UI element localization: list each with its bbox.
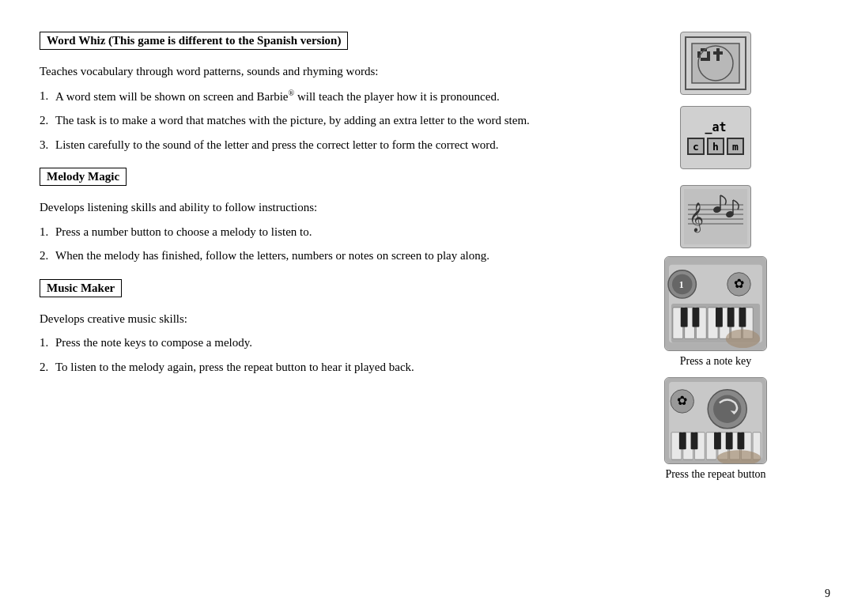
item-num: 1. — [40, 334, 55, 352]
item-text: Press a number button to choose a melody… — [55, 223, 312, 241]
item-num: 1. — [40, 87, 55, 106]
svg-rect-11 — [713, 51, 716, 55]
at-stem-image-block: _at c h m — [680, 106, 751, 169]
svg-point-16 — [698, 46, 733, 81]
svg-rect-5 — [707, 55, 710, 58]
svg-rect-52 — [727, 308, 735, 327]
music-notes-image-block: 𝄞 — [680, 185, 751, 248]
melody-magic-item-1: 1. Press a number button to choose a mel… — [40, 223, 609, 241]
svg-text:1: 1 — [679, 279, 684, 290]
svg-rect-1 — [697, 51, 701, 55]
svg-text:✿: ✿ — [734, 277, 744, 290]
word-whiz-title-box: Word Whiz (This game is different to the… — [40, 32, 348, 50]
music-maker-item-1: 1. Press the note keys to compose a melo… — [40, 334, 609, 352]
svg-rect-4 — [707, 51, 710, 55]
item-text: A word stem will be shown on screen and … — [55, 87, 500, 106]
svg-text:𝄞: 𝄞 — [689, 202, 704, 233]
word-whiz-item-2: 2. The task is to make a word that match… — [40, 111, 609, 130]
keyboard-repeat-button-icon: ✿ Mi — [664, 378, 767, 463]
svg-rect-2 — [701, 48, 704, 51]
word-whiz-title-suffix: (This game is different to the Spanish v… — [105, 34, 341, 47]
melody-magic-title: Melody Magic — [47, 170, 119, 183]
svg-rect-0 — [692, 43, 739, 83]
svg-point-54 — [726, 329, 760, 348]
item-text: When the melody has finished, follow the… — [55, 247, 489, 265]
right-column: _at c h m 𝄞 — [625, 32, 807, 592]
svg-rect-50 — [693, 308, 700, 327]
music-maker-title-box: Music Maker — [40, 279, 122, 297]
at-stem-image: _at c h m — [680, 106, 751, 169]
word-whiz-section: Word Whiz (This game is different to the… — [40, 32, 609, 153]
svg-rect-72 — [714, 433, 721, 450]
note-key-caption: Press a note key — [680, 355, 752, 368]
letter-boxes: c h m — [687, 138, 744, 155]
svg-rect-8 — [704, 58, 707, 61]
music-maker-section: Music Maker Develops creative music skil… — [40, 279, 609, 376]
music-notes-image: 𝄞 — [680, 185, 751, 248]
page: Word Whiz (This game is different to the… — [0, 0, 854, 616]
svg-rect-53 — [739, 308, 746, 327]
music-notes-icon: 𝄞 — [684, 189, 747, 244]
letter-box-c: c — [687, 138, 705, 155]
item-num: 2. — [40, 111, 55, 130]
svg-rect-15 — [716, 58, 720, 61]
music-maker-title: Music Maker — [47, 282, 115, 294]
svg-rect-3 — [704, 48, 707, 51]
item-text: Listen carefully to the sound of the let… — [55, 136, 499, 154]
svg-rect-9 — [707, 58, 710, 61]
note-key-image: 1 ✿ Do Do Re Re Mi 9 — [664, 256, 767, 351]
letter-box-h: h — [707, 138, 724, 155]
word-whiz-item-3: 3. Listen carefully to the sound of the … — [40, 136, 609, 154]
item-num: 1. — [40, 223, 55, 241]
svg-rect-14 — [716, 55, 720, 58]
registered-mark: ® — [289, 89, 295, 97]
page-number: 9 — [825, 588, 830, 600]
at-stem-label: _at — [705, 120, 726, 134]
left-column: Word Whiz (This game is different to the… — [40, 32, 625, 592]
melody-magic-section: Melody Magic Develops listening skills a… — [40, 168, 609, 265]
at-image — [680, 32, 751, 95]
note-key-image-block: 1 ✿ Do Do Re Re Mi 9 — [664, 256, 767, 368]
word-whiz-item-1: 1. A word stem will be shown on screen a… — [40, 87, 609, 106]
svg-rect-51 — [716, 308, 723, 327]
item-num: 3. — [40, 136, 55, 154]
item-text: Press the note keys to compose a melody. — [55, 334, 252, 352]
word-whiz-title: Word Whiz — [47, 34, 105, 47]
svg-rect-10 — [716, 48, 720, 51]
keyboard-note-key-icon: 1 ✿ Do Do Re Re Mi 9 — [664, 257, 767, 350]
word-whiz-description: Teaches vocabulary through word patterns… — [40, 62, 609, 81]
item-text: To listen to the melody again, press the… — [55, 358, 414, 376]
svg-rect-6 — [697, 55, 701, 58]
item-num: 2. — [40, 358, 55, 376]
svg-rect-71 — [691, 433, 698, 450]
svg-rect-12 — [716, 51, 720, 55]
svg-rect-70 — [679, 433, 686, 450]
repeat-button-caption: Press the repeat button — [665, 468, 765, 481]
svg-rect-49 — [681, 308, 688, 327]
music-maker-description: Develops creative music skills: — [40, 310, 609, 328]
at-image-block — [680, 32, 751, 95]
at-icon — [688, 40, 743, 87]
repeat-button-image-block: ✿ Mi — [664, 377, 767, 481]
melody-magic-title-box: Melody Magic — [40, 168, 127, 186]
melody-magic-item-2: 2. When the melody has finished, follow … — [40, 247, 609, 265]
svg-rect-73 — [726, 433, 733, 450]
letter-box-m: m — [727, 138, 744, 155]
music-maker-item-2: 2. To listen to the melody again, press … — [40, 358, 609, 376]
svg-text:✿: ✿ — [677, 394, 687, 407]
svg-rect-13 — [720, 51, 723, 55]
item-text: The task is to make a word that matches … — [55, 111, 530, 130]
svg-rect-7 — [701, 58, 704, 61]
melody-magic-description: Develops listening skills and ability to… — [40, 198, 609, 217]
item-num: 2. — [40, 247, 55, 265]
repeat-button-image: ✿ Mi — [664, 377, 767, 464]
svg-rect-74 — [737, 433, 744, 450]
